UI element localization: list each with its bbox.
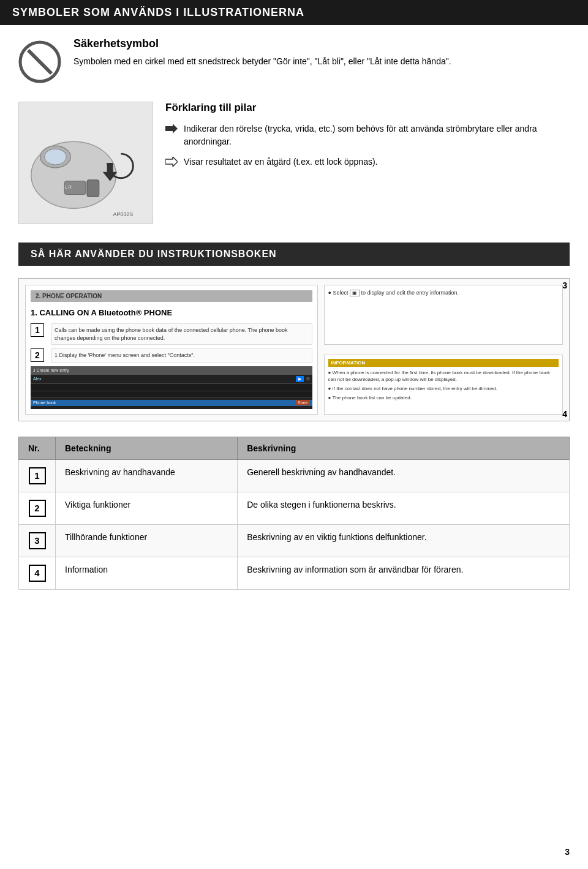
table-row: 3 Tillhörande funktio­ner Beskrivning av… <box>19 524 570 557</box>
filled-arrow-icon <box>165 124 178 134</box>
safety-text: Säkerhetsymbol Symbolen med en cirkel me… <box>74 37 451 68</box>
illus-right-bottom: INFORMATION ● When a phone is connected … <box>324 355 564 415</box>
arrow-item-1-text: Indikerar den rörelse (trycka, vrida, et… <box>184 122 570 148</box>
header-bar: SYMBOLER SOM ANVÄNDS I ILLUSTRATIONERNA <box>0 0 588 25</box>
table-cell-label-4: Information <box>56 557 238 589</box>
col-nr: Nr. <box>19 437 56 459</box>
arrow-item-1: Indikerar den rörelse (trycka, vrida, et… <box>165 122 570 148</box>
illus-main-title: 1. CALLING ON A Bluetooth® PHONE <box>31 306 312 320</box>
table-row: 1 Beskrivning av handhavande Generell be… <box>19 459 570 492</box>
illus-left: 2. PHONE OPERATION 1. CALLING ON A Bluet… <box>25 285 318 415</box>
table-cell-num-4: 4 <box>19 557 56 589</box>
page-header-title: SYMBOLER SOM ANVÄNDS I ILLUSTRATIONERNA <box>12 6 304 19</box>
illus-num-1: 1 <box>31 323 44 337</box>
safety-section: Säkerhetsymbol Symbolen med en cirkel me… <box>18 37 570 83</box>
svg-point-5 <box>45 149 67 165</box>
svg-line-1 <box>28 50 51 73</box>
table-cell-label-1: Beskrivning av handhavande <box>56 459 238 492</box>
table-cell-num-2: 2 <box>19 492 56 524</box>
arrows-heading: Förklaring till pilar <box>165 102 570 114</box>
illus-screenshot: J Create new entry Alex ▶ ⊞ Phone book S… <box>31 366 312 409</box>
num-box-2: 2 <box>29 500 46 517</box>
illus-text-2: 1 Display the 'Phone' menu screen and se… <box>51 348 312 363</box>
table-row: 2 Viktiga funktioner De olika stegen i f… <box>19 492 570 524</box>
description-table: Nr. Beteckning Beskrivning 1 Beskrivning… <box>18 437 570 590</box>
arrows-content: Förklaring till pilar Indikerar den röre… <box>165 102 570 176</box>
table-cell-desc-4: Beskrivning av information som är använd… <box>238 557 570 589</box>
table-cell-desc-2: De olika stegen i funktionerna beskrivs. <box>238 492 570 524</box>
section2-bar: SÅ HÄR ANVÄNDER DU INSTRUKTIONSBOKEN <box>18 243 570 266</box>
arrows-image: L R AP032S <box>18 102 153 224</box>
col-beteckning: Beteckning <box>56 437 238 459</box>
arrow-item-2-text: Visar resultatet av en åtgärd (t.ex. ett… <box>184 156 377 168</box>
page-number: 3 <box>565 847 570 857</box>
col-beskrivning: Beskrivning <box>238 437 570 459</box>
illus-right-top: ● Select ▣ to display and edit the entry… <box>324 285 564 345</box>
svg-marker-12 <box>165 124 178 134</box>
arrows-section: L R AP032S Förklaring till pilar Indiker… <box>18 102 570 224</box>
num-box-1: 1 <box>29 467 46 484</box>
svg-text:AP032S: AP032S <box>113 211 134 217</box>
num-box-4: 4 <box>29 565 46 582</box>
instruction-illustration: 2. PHONE OPERATION 1. CALLING ON A Bluet… <box>18 278 570 421</box>
safety-heading: Säkerhetsymbol <box>74 37 451 50</box>
illus-badge-4: 4 <box>562 409 567 419</box>
table-cell-desc-1: Generell beskrivning av handhavandet. <box>238 459 570 492</box>
illus-right-top-text: ● Select ▣ to display and edit the entry… <box>328 289 559 297</box>
illus-badge-3: 3 <box>562 280 567 290</box>
table-cell-desc-3: Beskrivning av en viktig funktions delfu… <box>238 524 570 557</box>
num-box-3: 3 <box>29 532 46 549</box>
safety-icon <box>18 40 61 83</box>
table-cell-label-2: Viktiga funktioner <box>56 492 238 524</box>
svg-rect-8 <box>87 180 99 197</box>
table-row: 4 Information Beskrivning av information… <box>19 557 570 589</box>
arrow-item-2: Visar resultatet av en åtgärd (t.ex. ett… <box>165 156 570 168</box>
illus-info-content: ● When a phone is connected for the firs… <box>328 369 559 402</box>
outline-arrow-icon <box>165 157 178 167</box>
table-cell-label-3: Tillhörande funktio­ner <box>56 524 238 557</box>
section2-title: SÅ HÄR ANVÄNDER DU INSTRUKTIONSBOKEN <box>31 249 277 259</box>
safety-description: Symbolen med en cirkel med ett snedstrec… <box>74 55 451 68</box>
svg-text:L  R: L R <box>65 185 72 189</box>
table-cell-num-3: 3 <box>19 524 56 557</box>
illus-phase-header: 2. PHONE OPERATION <box>31 290 312 302</box>
table-cell-num-1: 1 <box>19 459 56 492</box>
illus-text-1: Calls can be made using the phone book d… <box>51 323 312 345</box>
illus-num-2: 2 <box>31 348 44 362</box>
table-header-row: Nr. Beteckning Beskrivning <box>19 437 570 459</box>
svg-marker-13 <box>165 157 178 167</box>
illus-info-header: INFORMATION <box>328 359 559 367</box>
table-section: Nr. Beteckning Beskrivning 1 Beskrivning… <box>18 437 570 590</box>
illus-right: ● Select ▣ to display and edit the entry… <box>324 285 564 415</box>
